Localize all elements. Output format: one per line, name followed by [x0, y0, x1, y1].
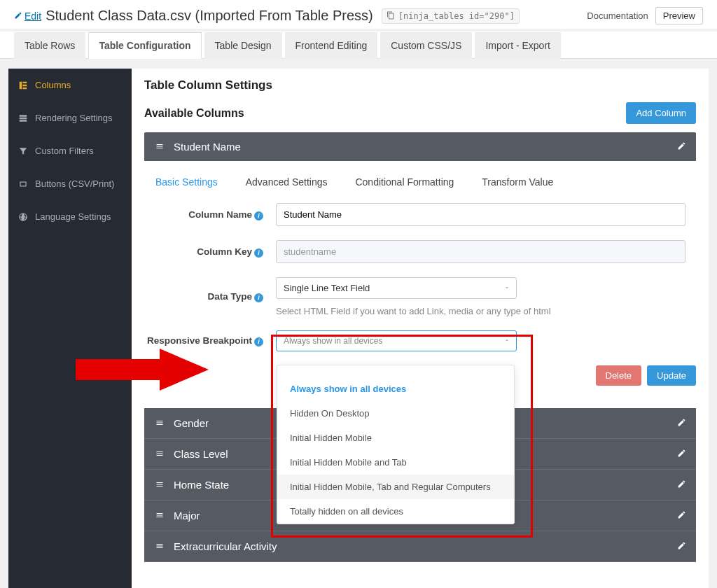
sidebar-item-buttons[interactable]: Buttons (CSV/Print): [8, 167, 132, 200]
language-icon: [18, 212, 28, 222]
drag-handle-icon[interactable]: [154, 479, 165, 491]
edit-label: Edit: [25, 10, 41, 22]
sidebar-item-rendering[interactable]: Rendering Settings: [8, 102, 132, 134]
tab-import-export[interactable]: Import - Export: [475, 32, 561, 59]
shortcode-text: [ninja_tables id="290"]: [398, 11, 515, 21]
drag-handle-icon[interactable]: [154, 448, 165, 460]
breakpoint-select[interactable]: Always show in all devices: [276, 330, 517, 351]
main-panel: Table Column Settings Available Columns …: [132, 69, 709, 588]
svg-marker-0: [76, 349, 209, 391]
column-header-student-name[interactable]: Student Name: [144, 132, 696, 161]
chevron-down-icon: [503, 283, 510, 293]
column-name-label: Column Namei: [144, 209, 267, 220]
column-title: Class Level: [174, 448, 228, 460]
drag-handle-icon[interactable]: [154, 417, 165, 429]
column-title: Major: [174, 510, 200, 522]
documentation-link[interactable]: Documentation: [587, 10, 648, 21]
subtab-advanced[interactable]: Advanced Settings: [246, 176, 328, 188]
info-icon[interactable]: i: [254, 211, 263, 220]
update-button[interactable]: Update: [647, 365, 696, 386]
drag-handle-icon[interactable]: [154, 540, 165, 552]
breakpoint-option-hidden-mobile-tab[interactable]: Initial Hidden Mobile and Tab: [277, 450, 514, 475]
edit-column-icon[interactable]: [677, 510, 686, 522]
data-type-hint: Select HTML Field if you want to add Lin…: [276, 306, 685, 316]
column-name-input[interactable]: [276, 203, 685, 226]
drag-handle-icon[interactable]: [154, 510, 165, 522]
tab-table-design[interactable]: Table Design: [204, 32, 282, 59]
tab-table-configuration[interactable]: Table Configuration: [88, 32, 201, 59]
tab-custom-css-js[interactable]: Custom CSS/JS: [380, 32, 472, 59]
column-title: Gender: [174, 417, 209, 429]
section-title: Table Column Settings: [144, 78, 696, 92]
main-tabs: Table Rows Table Configuration Table Des…: [0, 31, 717, 59]
data-type-label: Data Typei: [144, 291, 267, 302]
sidebar-item-label: Buttons (CSV/Print): [35, 178, 114, 189]
breakpoint-dropdown[interactable]: Always show in all devices Hidden On Des…: [277, 365, 515, 524]
add-column-button[interactable]: Add Column: [626, 102, 696, 124]
columns-icon: [18, 80, 28, 90]
sidebar-item-label: Language Settings: [35, 211, 111, 222]
edit-link[interactable]: Edit: [14, 10, 41, 22]
available-columns-label: Available Columns: [144, 107, 244, 120]
annotation-arrow-icon: [76, 349, 209, 391]
delete-button[interactable]: Delete: [596, 365, 642, 386]
breakpoint-option-hidden-mobile[interactable]: Initial Hidden Mobile: [277, 426, 514, 450]
edit-column-icon[interactable]: [677, 479, 686, 491]
breakpoint-option-hidden-desktop[interactable]: Hidden On Desktop: [277, 401, 514, 426]
sidebar: Columns Rendering Settings Custom Filter…: [8, 69, 132, 588]
subtab-transform[interactable]: Transform Value: [482, 176, 553, 188]
breakpoint-option-always-show[interactable]: Always show in all devices: [277, 377, 514, 401]
info-icon[interactable]: i: [254, 293, 263, 302]
info-icon[interactable]: i: [254, 337, 263, 346]
column-header-extracurricular[interactable]: Extracurricular Activity: [144, 531, 696, 562]
edit-column-icon[interactable]: [677, 141, 686, 153]
shortcode-box[interactable]: [ninja_tables id="290"]: [382, 8, 520, 24]
column-title: Home State: [174, 479, 229, 491]
column-key-label: Column Keyi: [144, 246, 267, 258]
sidebar-item-label: Columns: [35, 80, 71, 90]
preview-button[interactable]: Preview: [655, 7, 703, 24]
chevron-up-icon: [503, 336, 510, 346]
column-subtabs: Basic Settings Advanced Settings Conditi…: [155, 176, 696, 188]
rendering-icon: [18, 113, 28, 123]
sidebar-item-filters[interactable]: Custom Filters: [8, 134, 132, 167]
tab-frontend-editing[interactable]: Frontend Editing: [285, 32, 378, 59]
drag-handle-icon[interactable]: [154, 141, 165, 153]
tab-table-rows[interactable]: Table Rows: [14, 32, 85, 59]
sidebar-item-columns[interactable]: Columns: [8, 69, 132, 102]
column-title: Extracurricular Activity: [174, 540, 277, 552]
buttons-icon: [18, 179, 28, 189]
subtab-basic[interactable]: Basic Settings: [155, 176, 218, 188]
breakpoint-option-totally-hidden[interactable]: Totally hidden on all devices: [277, 499, 514, 524]
breakpoint-label: Responsive Breakpointi: [144, 335, 267, 346]
info-icon[interactable]: i: [254, 248, 263, 258]
copy-icon: [387, 10, 395, 22]
pencil-icon: [14, 10, 22, 22]
edit-column-icon[interactable]: [677, 540, 686, 552]
filter-icon: [18, 146, 28, 156]
breakpoint-value: Always show in all devices: [284, 336, 382, 346]
sidebar-item-label: Custom Filters: [35, 146, 94, 156]
column-key-input: [276, 240, 685, 263]
sidebar-item-label: Rendering Settings: [35, 113, 113, 123]
page-title: Student Class Data.csv (Imported From Ta…: [46, 8, 373, 24]
subtab-conditional[interactable]: Conditional Formatting: [355, 176, 454, 188]
breakpoint-option-hidden-mobile-tab-computers[interactable]: Initial Hidden Mobile, Tab and Regular C…: [277, 475, 514, 499]
edit-column-icon[interactable]: [677, 417, 686, 429]
edit-column-icon[interactable]: [677, 448, 686, 460]
sidebar-item-language[interactable]: Language Settings: [8, 200, 132, 233]
column-title: Student Name: [174, 141, 241, 153]
data-type-value: Single Line Text Field: [284, 283, 370, 293]
data-type-select[interactable]: Single Line Text Field: [276, 277, 517, 299]
